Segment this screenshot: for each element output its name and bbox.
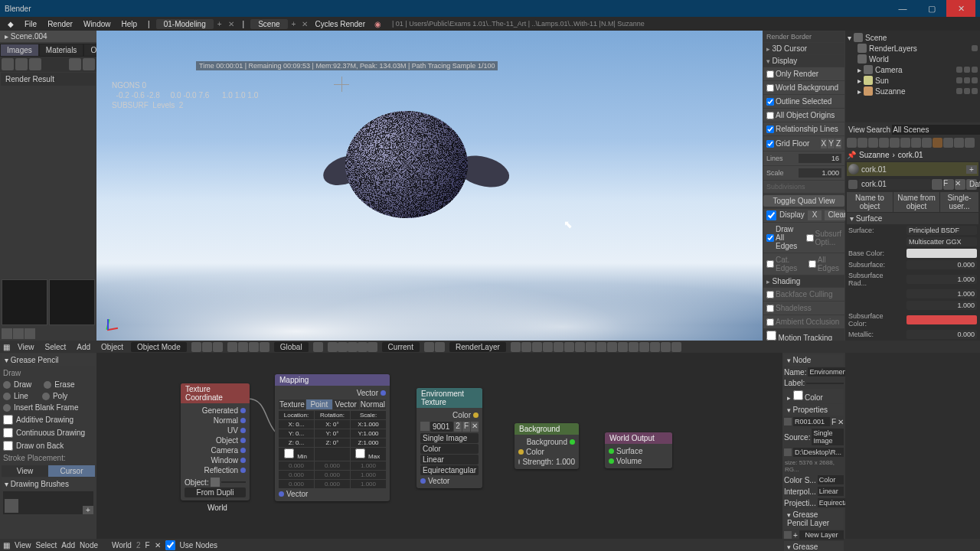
loc-y[interactable]: Y: 0... [279, 429, 314, 438]
socket-reflection[interactable] [240, 468, 246, 473]
editor-type-icon[interactable]: ▦ [3, 343, 10, 351]
ctx-data-icon[interactable] [922, 138, 932, 148]
hi16[interactable] [671, 342, 681, 352]
node-header-mapping[interactable]: Mapping [275, 374, 390, 386]
outliner-scene[interactable]: Scene [865, 34, 887, 42]
hi13[interactable] [639, 342, 649, 352]
filter-icon[interactable] [2, 58, 14, 70]
menu-file[interactable]: File [20, 20, 41, 28]
layout-close-icon[interactable]: ✕ [226, 20, 237, 28]
object-picker-field[interactable] [221, 481, 246, 483]
node-header-env[interactable]: Environment Texture [416, 388, 482, 408]
refresh-icon[interactable] [15, 58, 28, 70]
shading-solid-icon[interactable] [202, 342, 212, 352]
hi11[interactable] [618, 342, 628, 352]
single-user-button[interactable]: Single-user... [940, 192, 978, 212]
interpolation-field[interactable]: Linear [420, 455, 479, 465]
node-environment-texture[interactable]: Environment Texture Color 9001 2 F ✕ Sin… [416, 388, 482, 488]
outliner-sun[interactable]: Sun [875, 77, 889, 85]
scene-close-icon[interactable]: ✕ [299, 20, 310, 28]
map-tab-normal[interactable]: Normal [360, 399, 386, 409]
hi3[interactable] [532, 342, 542, 352]
gp-add-button[interactable]: + [793, 531, 798, 540]
window-minimize[interactable]: — [888, 0, 917, 17]
shading-rendered-icon[interactable] [213, 342, 223, 352]
subsurf-opt-check[interactable] [806, 234, 814, 242]
node-header-worldout[interactable]: World Output [605, 432, 672, 444]
gp-add-icon[interactable] [784, 531, 792, 539]
display-flag[interactable] [766, 210, 776, 220]
min-check[interactable] [284, 448, 294, 458]
rn-color[interactable]: ▸ Color [784, 389, 844, 403]
gp-brushes-header[interactable]: ▾ Drawing Brushes [2, 478, 95, 490]
new-layer-button[interactable]: New Layer [799, 530, 844, 540]
rn-properties[interactable]: ▾ Properties [784, 404, 844, 416]
socket-uv[interactable] [240, 428, 246, 433]
rot-z[interactable]: Z: 0° [315, 439, 350, 447]
snap-icon[interactable] [424, 342, 434, 352]
thumbnail-1[interactable] [2, 279, 47, 325]
hi15[interactable] [661, 342, 671, 352]
sort-icon[interactable] [69, 58, 81, 70]
projection-field[interactable]: Equirectangular [420, 465, 479, 475]
rn-gp-layer[interactable]: ▾ Grease Pencil Layer [784, 509, 844, 529]
map-tab-point[interactable]: Point [306, 399, 332, 409]
node-header-texcoord[interactable]: Texture Coordinate [181, 383, 250, 403]
scene-add-icon[interactable]: + [289, 20, 299, 28]
node-editor-type-icon[interactable]: ▦ [3, 541, 10, 549]
name-from-object-button[interactable]: Name from object [893, 192, 939, 212]
tab-materials[interactable]: Materials [39, 44, 84, 57]
socket-env-color[interactable] [473, 412, 479, 418]
ctx-texture-icon[interactable] [943, 138, 953, 148]
ctx-constraint-icon[interactable] [900, 138, 910, 148]
menu-window[interactable]: Window [79, 20, 116, 28]
outliner-camera[interactable]: Camera [875, 66, 903, 74]
arrow-left-icon[interactable] [2, 328, 12, 339]
layers-icon[interactable] [313, 342, 323, 352]
menu-help[interactable]: Help [117, 20, 142, 28]
section-3d-cursor[interactable]: ▸ 3D Cursor [763, 43, 844, 54]
nh-select[interactable]: Select [36, 541, 57, 549]
nh-node[interactable]: Node [80, 541, 98, 549]
node-background[interactable]: Background Background Color Strength:1.0… [514, 423, 579, 469]
vh-select[interactable]: Select [42, 343, 70, 351]
use-nodes-check[interactable] [165, 540, 175, 550]
hi12[interactable] [629, 342, 639, 352]
gp-insert-button[interactable]: Insert Blank Frame [14, 403, 78, 412]
outline-selected-check[interactable] [766, 98, 774, 106]
ctx-renderlayer-icon[interactable] [858, 138, 867, 148]
ctx-modifier-icon[interactable] [911, 138, 921, 148]
loc-x[interactable]: X: 0... [279, 420, 314, 429]
img-icon[interactable] [784, 418, 792, 425]
draw-on-back-check[interactable] [3, 441, 13, 451]
vh-object[interactable]: Object [98, 343, 126, 351]
backface-check[interactable] [766, 291, 774, 298]
node-world-output[interactable]: World Output Surface Volume [605, 432, 672, 468]
material-browse-icon[interactable] [848, 180, 858, 189]
world-unlink[interactable]: ✕ [155, 541, 161, 549]
distribution-field[interactable]: Multiscatter GGX [906, 237, 977, 246]
ctx-material-icon[interactable] [933, 138, 942, 148]
axis-y[interactable]: Y [828, 139, 835, 148]
outliner-renderlayers[interactable]: RenderLayers [869, 44, 917, 53]
ao-check[interactable] [766, 318, 774, 326]
mode-selector[interactable]: Object Mode [131, 342, 187, 352]
window-close[interactable]: ✕ [946, 0, 975, 17]
image-name-field[interactable]: 9001 [430, 422, 453, 432]
layer-btn-3[interactable] [348, 342, 358, 352]
grid-floor-check[interactable] [766, 140, 774, 148]
nh-add[interactable]: Add [61, 541, 75, 549]
toggle-quad-button[interactable]: Toggle Quad View [763, 195, 844, 207]
ctx-object-icon[interactable] [890, 138, 900, 148]
world-fake[interactable]: F [145, 541, 150, 549]
outliner-scope[interactable] [892, 125, 980, 135]
tab-images[interactable]: Images [0, 44, 39, 57]
hi10[interactable] [607, 342, 617, 352]
renderlayer-toggle[interactable] [972, 45, 978, 51]
scale-field[interactable]: 1.000 [799, 168, 841, 178]
rot-x[interactable]: X: 0° [315, 420, 350, 429]
shading-wire-icon[interactable] [191, 342, 201, 352]
layer-btn-2[interactable] [338, 342, 348, 352]
layer-btn-1[interactable] [328, 342, 338, 352]
node-header-bg[interactable]: Background [514, 423, 579, 435]
